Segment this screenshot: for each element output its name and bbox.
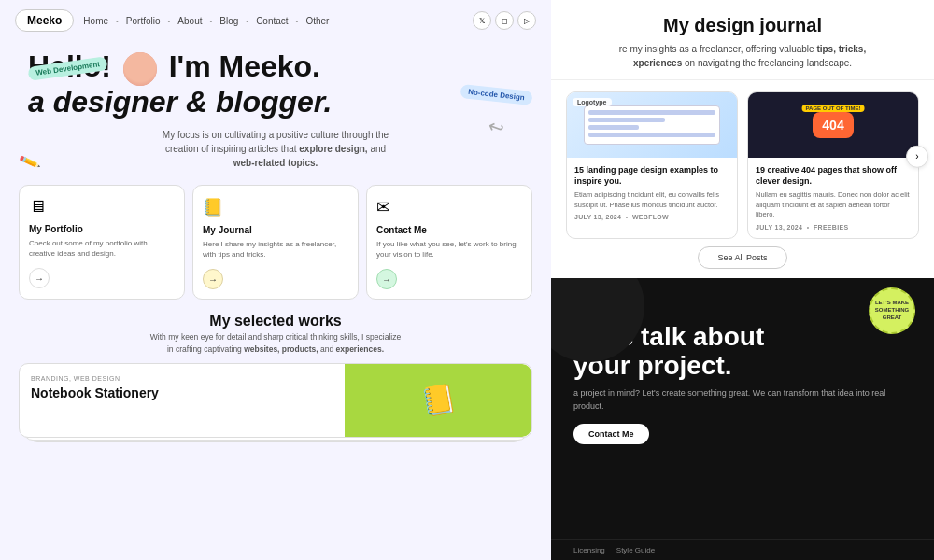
blog-card-2-image: PAGE OUT OF TIME! 404 [748,92,918,158]
works-title: My selected works [19,313,532,329]
blog-card-2-category: Freebies [814,224,848,231]
blog-card-2-meta: July 13, 2024 • Freebies [756,224,911,231]
dot3: • [210,17,213,25]
notebook-card-image: 📒 [345,364,531,437]
blog-img1-content: Logotype [567,92,737,158]
notebook-image-icon: 📒 [418,381,459,419]
pencil-icon: ✏️ [18,150,41,174]
portfolio-card-desc: Check out some of my portfolio with crea… [29,238,175,259]
notebook-work-item: Branding, Web Design Notebook Stationery… [19,363,532,438]
blog-card-2-date: July 13, 2024 [756,224,802,231]
portfolio-card: 🖥 My Portfolio Check out some of my port… [19,185,185,300]
instagram-icon[interactable]: ◻ [495,11,514,30]
youtube-icon[interactable]: ▷ [517,11,536,30]
contact-card-title: Contact Me [376,225,522,235]
journal-description: re my insights as a freelancer, offering… [570,42,915,70]
blog-card-1-image: Logotype [567,92,737,158]
blog-card-1-meta: July 13, 2024 • Webflow [574,214,729,220]
blog-card-2-desc: Nullam eu sagittis mauris. Donec non dol… [756,190,911,220]
ui-bar-4 [588,133,715,137]
portfolio-card-title: My Portfolio [29,224,175,234]
portfolio-arrow-button[interactable]: → [29,268,50,288]
nav-other[interactable]: Other [305,16,329,26]
nav-links: Home • Portfolio • About • Blog • Contac… [83,16,329,26]
dark-footer: Licensing Style Guide [551,539,934,560]
hero-subtitle: a designer & blogger. [28,85,332,119]
blog-card-2-body: 19 creative 404 pages that show off clev… [748,158,918,238]
tv-404-display: PAGE OUT OF TIME! 404 [813,112,853,138]
dot2: • [168,17,171,25]
footer-style-guide-link[interactable]: Style Guide [616,546,655,554]
contact-me-button[interactable]: Contact Me [573,424,649,444]
nav-blog[interactable]: Blog [219,16,238,26]
tv-label: PAGE OUT OF TIME! [802,105,865,112]
works-description: With my keen eye for detail and sharp cr… [19,331,532,356]
blog-img2-content: PAGE OUT OF TIME! 404 [748,92,918,158]
nav-logo[interactable]: Meeko [15,9,74,32]
avatar [123,52,157,86]
journal-card-title: My Journal [203,225,348,235]
ui-mockup [584,105,720,145]
nav-contact[interactable]: Contact [256,16,288,26]
nav-home[interactable]: Home [83,16,108,26]
contact-arrow-button[interactable]: → [376,269,397,289]
journal-arrow-button[interactable]: → [203,269,223,289]
ui-bar-1 [588,110,715,115]
dot4: • [246,17,248,25]
journal-title: My design journal [570,15,915,36]
blog-next-arrow[interactable]: › [906,146,928,168]
twitter-icon[interactable]: 𝕏 [473,11,491,30]
blog-card-1-date: July 13, 2024 [574,214,621,220]
portfolio-icon: 🖥 [29,197,175,217]
cta-badge: LET'S MAKESOMETHINGGREAT [869,287,915,334]
cta-description: a project in mind? Let's create somethin… [573,387,912,413]
blog-card-1-category: Webflow [632,214,669,220]
blog-card-1-desc: Etiam adipiscing tincidunt elit, eu conv… [574,190,729,210]
ui-bar-3 [588,125,639,130]
right-panel: My design journal re my insights as a fr… [551,0,934,560]
blog-card-1-body: 15 landing page design examples to inspi… [567,158,737,228]
blog-cards-row: Logotype 15 landing page design examples… [551,80,934,246]
notebook-stationery-card[interactable]: Branding, Web Design Notebook Stationery… [19,363,532,438]
contact-card-desc: If you like what you see, let's work to … [376,239,522,259]
navbar: Meeko Home • Portfolio • About • Blog • … [0,0,551,41]
nav-about[interactable]: About [177,16,202,26]
contact-card: ✉ Contact Me If you like what you see, l… [366,185,532,300]
journal-card: 📒 My Journal Here I share my insights as… [192,185,359,300]
cta-badge-text: LET'S MAKESOMETHINGGREAT [875,300,909,321]
ui-bar-2 [588,118,664,122]
logotype-label: Logotype [573,98,612,106]
journal-card-desc: Here I share my insights as a freelancer… [203,239,348,259]
hero-name: I'm Meeko. [169,49,320,83]
journal-icon: 📒 [203,197,348,217]
cta-section: LET'S MAKESOMETHINGGREAT Let's talk abou… [551,278,934,539]
hero-description: My focus is on cultivating a positive cu… [154,128,397,170]
blog-card-1[interactable]: Logotype 15 landing page design examples… [566,91,738,239]
hero-section: Web Development No-code Design ✏️ ↩ Hell… [0,41,551,170]
nav-social-icons: 𝕏 ◻ ▷ [473,11,536,30]
works-section: My selected works With my keen eye for d… [0,307,551,359]
dot1: • [116,17,119,25]
dot5: • [296,17,299,25]
blog-card-2[interactable]: PAGE OUT OF TIME! 404 19 creative 404 pa… [747,91,919,239]
blog-card-2-title: 19 creative 404 pages that show off clev… [756,165,911,187]
notebook-name: Notebook Stationery [31,385,333,400]
notebook-card-info: Branding, Web Design Notebook Stationery [20,364,345,437]
nav-portfolio[interactable]: Portfolio [126,16,161,26]
footer-licensing-link[interactable]: Licensing [573,546,605,554]
left-panel: Meeko Home • Portfolio • About • Blog • … [0,0,551,560]
feature-cards: 🖥 My Portfolio Check out some of my port… [0,177,551,307]
notebook-tag: Branding, Web Design [31,375,333,382]
journal-section: My design journal re my insights as a fr… [551,0,934,80]
contact-icon: ✉ [376,197,522,217]
see-all-posts-button[interactable]: See All Posts [698,246,786,269]
blog-card-1-title: 15 landing page design examples to inspi… [574,165,729,187]
